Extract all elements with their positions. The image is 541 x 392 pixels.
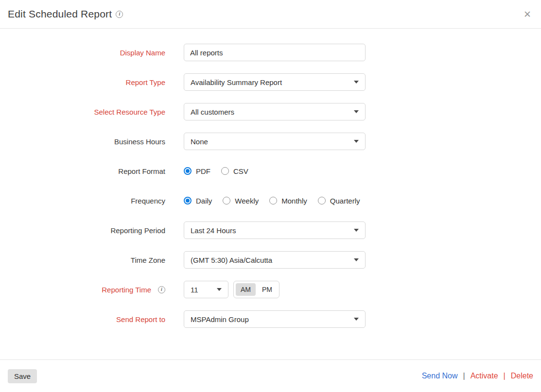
resource-type-value: All customers xyxy=(191,108,234,116)
time-zone-value: (GMT 5:30) Asia/Calcutta xyxy=(191,256,272,264)
dialog-header: Edit Scheduled Report i ✕ xyxy=(0,0,541,29)
frequency-radio-weekly[interactable]: Weekly xyxy=(223,197,259,205)
dialog-footer: Save Send Now | Activate | Delete xyxy=(0,359,541,392)
reporting-period-value: Last 24 Hours xyxy=(191,226,236,235)
form-row-business-hours: Business Hours None xyxy=(0,133,541,150)
report-format-label: Report Format xyxy=(0,167,165,175)
resource-type-select[interactable]: All customers xyxy=(184,103,366,120)
save-button[interactable]: Save xyxy=(8,369,37,383)
send-report-to-select[interactable]: MSPAdmin Group xyxy=(184,310,366,328)
radio-selected-icon xyxy=(184,197,192,205)
report-type-label: Report Type xyxy=(0,78,165,86)
report-format-radio-csv[interactable]: CSV xyxy=(221,167,248,175)
form-row-display-name: Display Name xyxy=(0,44,541,61)
delete-link[interactable]: Delete xyxy=(511,372,533,380)
report-format-radio-group: PDF CSV xyxy=(184,167,248,175)
frequency-label: Frequency xyxy=(0,197,165,205)
radio-label: CSV xyxy=(233,167,248,175)
reporting-time-label: Reporting Time i xyxy=(0,286,165,294)
chevron-down-icon xyxy=(354,258,359,261)
hour-value: 11 xyxy=(191,286,198,294)
chevron-down-icon xyxy=(354,81,359,84)
resource-type-label: Select Resource Type xyxy=(0,108,165,116)
form-row-reporting-period: Reporting Period Last 24 Hours xyxy=(0,222,541,239)
form-row-report-type: Report Type Availability Summary Report xyxy=(0,73,541,91)
radio-label: Daily xyxy=(196,197,212,205)
pm-option[interactable]: PM xyxy=(257,283,277,296)
display-name-input[interactable] xyxy=(184,44,366,61)
time-zone-select[interactable]: (GMT 5:30) Asia/Calcutta xyxy=(184,251,366,269)
report-type-select[interactable]: Availability Summary Report xyxy=(184,73,366,91)
radio-label: Weekly xyxy=(235,197,259,205)
radio-label: PDF xyxy=(196,167,210,175)
radio-unselected-icon xyxy=(269,197,277,205)
page-title: Edit Scheduled Report xyxy=(8,8,112,20)
form-row-frequency: Frequency Daily Weekly Monthly xyxy=(0,192,541,209)
chevron-down-icon xyxy=(354,229,359,232)
edit-scheduled-report-dialog: Edit Scheduled Report i ✕ Display Name R… xyxy=(0,0,541,392)
close-icon[interactable]: ✕ xyxy=(522,9,533,20)
business-hours-value: None xyxy=(191,137,208,146)
reporting-time-hour-select[interactable]: 11 xyxy=(184,281,228,298)
send-report-to-value: MSPAdmin Group xyxy=(191,315,249,324)
reporting-period-label: Reporting Period xyxy=(0,226,165,235)
radio-unselected-icon xyxy=(221,167,229,175)
frequency-radio-group: Daily Weekly Monthly Quarterly xyxy=(184,197,360,205)
form-row-resource-type: Select Resource Type All customers xyxy=(0,103,541,120)
form-row-reporting-time: Reporting Time i 11 AM PM xyxy=(0,281,541,298)
form-row-send-report-to: Send Report to MSPAdmin Group xyxy=(0,310,541,328)
radio-selected-icon xyxy=(184,167,192,175)
report-format-radio-pdf[interactable]: PDF xyxy=(184,167,210,175)
business-hours-select[interactable]: None xyxy=(184,133,366,150)
display-name-label: Display Name xyxy=(0,49,165,57)
frequency-radio-daily[interactable]: Daily xyxy=(184,197,212,205)
radio-unselected-icon xyxy=(318,197,326,205)
send-report-to-label: Send Report to xyxy=(0,315,165,324)
radio-label: Quarterly xyxy=(330,197,360,205)
frequency-radio-quarterly[interactable]: Quarterly xyxy=(318,197,360,205)
scheduled-report-form: Display Name Report Type Availability Su… xyxy=(0,29,541,328)
chevron-down-icon xyxy=(217,288,222,291)
report-type-value: Availability Summary Report xyxy=(191,78,282,86)
frequency-radio-monthly[interactable]: Monthly xyxy=(269,197,307,205)
reporting-time-info-icon[interactable]: i xyxy=(158,286,165,293)
chevron-down-icon xyxy=(354,318,359,321)
chevron-down-icon xyxy=(354,110,359,113)
activate-link[interactable]: Activate xyxy=(471,372,498,380)
footer-links: Send Now | Activate | Delete xyxy=(422,372,533,380)
reporting-period-select[interactable]: Last 24 Hours xyxy=(184,222,366,239)
separator: | xyxy=(463,372,465,380)
title-info-icon[interactable]: i xyxy=(116,11,123,18)
form-row-time-zone: Time Zone (GMT 5:30) Asia/Calcutta xyxy=(0,251,541,269)
meridiem-toggle: AM PM xyxy=(233,281,279,298)
radio-label: Monthly xyxy=(281,197,307,205)
chevron-down-icon xyxy=(354,140,359,143)
business-hours-label: Business Hours xyxy=(0,137,165,146)
send-now-link[interactable]: Send Now xyxy=(422,372,458,380)
separator: | xyxy=(504,372,506,380)
radio-unselected-icon xyxy=(223,197,230,205)
time-zone-label: Time Zone xyxy=(0,256,165,264)
am-option[interactable]: AM xyxy=(236,283,256,296)
form-row-report-format: Report Format PDF CSV xyxy=(0,162,541,180)
